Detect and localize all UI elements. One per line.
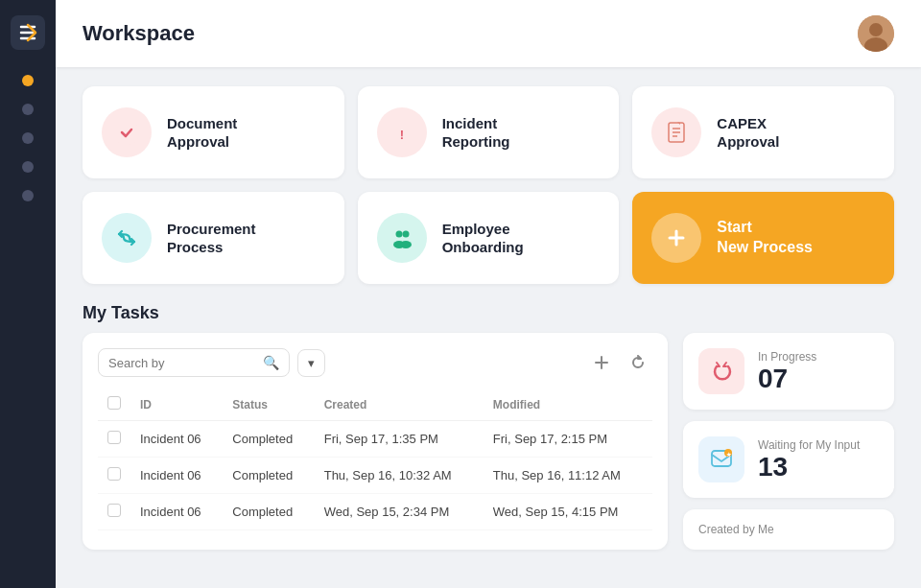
main-content: Workspace DocumentApproval [56, 0, 921, 588]
stat-waiting-input: ★ Waiting for My Input 13 [683, 421, 894, 498]
my-tasks-title: My Tasks [83, 303, 894, 323]
col-modified: Modified [484, 388, 652, 421]
created-by-me-label: Created by Me [698, 523, 879, 536]
search-box[interactable]: 🔍 [98, 348, 290, 377]
cell-id: Incident 06 [130, 494, 223, 530]
avatar[interactable] [858, 15, 894, 52]
select-all-checkbox[interactable] [107, 396, 121, 410]
svg-text:!: ! [399, 128, 403, 142]
table-row: Incident 06 Completed Fri, Sep 17, 1:35 … [98, 421, 652, 458]
my-tasks-section: My Tasks 🔍 ▾ [83, 303, 894, 550]
capex-approval-label: CAPEXApproval [717, 114, 779, 152]
card-procurement-process[interactable]: ProcurementProcess [83, 192, 344, 284]
refresh-button[interactable] [624, 348, 652, 377]
cell-status: Completed [223, 458, 314, 494]
waiting-input-label: Waiting for My Input [758, 438, 860, 452]
in-progress-info: In Progress 07 [758, 350, 816, 392]
svg-point-11 [402, 231, 409, 238]
document-approval-label: DocumentApproval [167, 114, 237, 152]
sidebar-dot-4[interactable] [22, 161, 34, 173]
card-capex-approval[interactable]: CAPEXApproval [632, 86, 894, 178]
cell-id: Incident 06 [130, 421, 223, 458]
in-progress-icon [698, 348, 744, 394]
row-checkbox[interactable] [107, 431, 121, 444]
sidebar [0, 0, 56, 588]
process-grid: DocumentApproval ! IncidentReporting [83, 86, 894, 284]
header: Workspace [56, 0, 921, 67]
incident-reporting-label: IncidentReporting [442, 114, 510, 152]
document-approval-icon [102, 107, 152, 157]
table-row: Incident 06 Completed Wed, Sep 15, 2:34 … [98, 494, 652, 530]
search-input[interactable] [108, 356, 257, 370]
svg-point-13 [400, 241, 412, 248]
cell-modified: Thu, Sep 16, 11:12 AM [484, 458, 652, 494]
cell-created: Wed, Sep 15, 2:34 PM [315, 494, 484, 530]
row-checkbox[interactable] [107, 504, 121, 517]
filter-dropdown-button[interactable]: ▾ [297, 349, 325, 377]
stat-in-progress: In Progress 07 [683, 333, 894, 410]
cell-modified: Wed, Sep 15, 4:15 PM [484, 494, 652, 530]
cell-id: Incident 06 [130, 458, 223, 494]
waiting-input-info: Waiting for My Input 13 [758, 438, 860, 481]
employee-onboarding-label: EmployeeOnboarding [442, 220, 524, 257]
cell-modified: Fri, Sep 17, 2:15 PM [484, 421, 652, 458]
in-progress-value: 07 [758, 365, 816, 392]
tasks-layout: 🔍 ▾ [83, 333, 894, 550]
svg-point-1 [869, 23, 883, 36]
col-id: ID [130, 388, 223, 421]
svg-point-10 [395, 231, 402, 238]
col-status: Status [223, 388, 314, 421]
cell-status: Completed [223, 494, 314, 530]
row-checkbox[interactable] [107, 467, 121, 481]
sidebar-dot-5[interactable] [22, 190, 34, 201]
sidebar-dot-3[interactable] [22, 132, 34, 144]
cell-created: Thu, Sep 16, 10:32 AM [315, 458, 484, 494]
waiting-input-value: 13 [758, 454, 860, 481]
card-start-new-process[interactable]: StartNew Process [632, 192, 894, 284]
in-progress-label: In Progress [758, 350, 816, 364]
start-new-process-label: StartNew Process [717, 218, 813, 258]
page-title: Workspace [83, 21, 195, 46]
tasks-table-area: 🔍 ▾ [83, 333, 668, 550]
stat-created-by-me: Created by Me [683, 509, 894, 550]
waiting-input-icon: ★ [698, 436, 744, 482]
start-new-process-icon [651, 213, 701, 263]
incident-reporting-icon: ! [377, 107, 427, 157]
sidebar-dot-1[interactable] [22, 75, 34, 86]
capex-approval-icon [651, 107, 701, 157]
card-employee-onboarding[interactable]: EmployeeOnboarding [358, 192, 620, 284]
sidebar-dot-2[interactable] [22, 104, 34, 115]
procurement-process-label: ProcurementProcess [167, 220, 256, 257]
card-incident-reporting[interactable]: ! IncidentReporting [358, 86, 620, 178]
tasks-toolbar: 🔍 ▾ [98, 348, 652, 377]
card-document-approval[interactable]: DocumentApproval [83, 86, 344, 178]
add-task-button[interactable] [587, 348, 616, 377]
stats-panel: In Progress 07 ★ [683, 333, 894, 550]
search-icon: 🔍 [263, 355, 279, 370]
table-row: Incident 06 Completed Thu, Sep 16, 10:32… [98, 458, 652, 494]
tasks-table: ID Status Created Modified Incident 06 C… [98, 388, 652, 530]
procurement-process-icon [102, 213, 152, 263]
cell-created: Fri, Sep 17, 1:35 PM [315, 421, 484, 458]
employee-onboarding-icon [377, 213, 427, 263]
content-area: DocumentApproval ! IncidentReporting [56, 67, 921, 588]
sidebar-logo[interactable] [11, 15, 45, 50]
svg-point-3 [114, 120, 139, 145]
cell-status: Completed [223, 421, 314, 458]
col-created: Created [315, 388, 484, 421]
